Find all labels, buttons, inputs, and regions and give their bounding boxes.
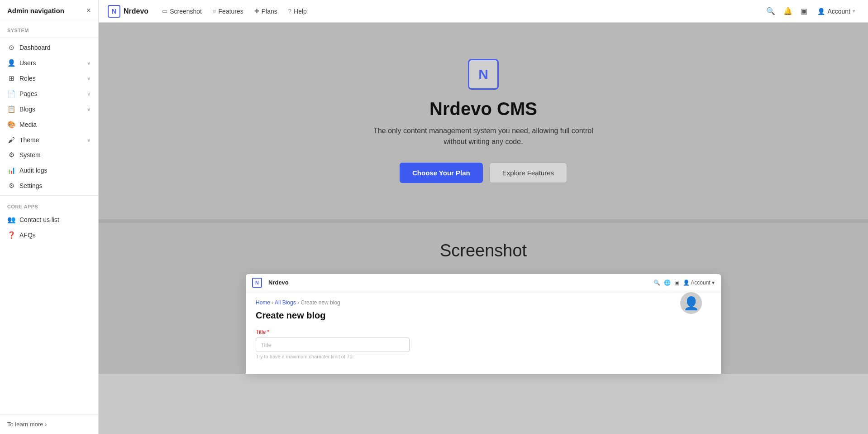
- sidebar-item-label-media: Media: [19, 121, 37, 128]
- account-label: Account: [827, 8, 850, 15]
- sidebar-item-system[interactable]: ⚙ System: [0, 147, 98, 163]
- sidebar-item-media[interactable]: 🎨 Media: [0, 117, 98, 132]
- screenshot-section-title: Screenshot: [440, 241, 527, 260]
- chevron-down-icon-blogs: ∨: [87, 106, 91, 112]
- chevron-down-icon-users: ∨: [87, 60, 91, 66]
- layout-icon[interactable]: ▣: [799, 5, 809, 17]
- top-navigation: N Nrdevo ▭ Screenshot ≡ Features ✚ Plans…: [99, 0, 868, 23]
- sidebar-item-label-settings: Settings: [19, 182, 43, 189]
- nav-link-plans[interactable]: ✚ Plans: [250, 5, 282, 17]
- account-chevron-icon: ▾: [853, 8, 855, 14]
- nav-link-screenshot-label: Screenshot: [170, 8, 202, 15]
- sidebar: Admin navigation × System ⊙ Dashboard 👤 …: [0, 0, 99, 434]
- screenshot-page-title: Create new blog: [256, 310, 410, 321]
- media-icon: 🎨: [7, 121, 15, 129]
- screenshot-logo-letter: N: [255, 280, 259, 285]
- hero-buttons: Choose Your Plan Explore Features: [400, 163, 567, 183]
- topnav-logo[interactable]: N Nrdevo: [108, 5, 148, 18]
- screenshot-field-label: Title *: [256, 329, 410, 335]
- nav-link-help[interactable]: ? Help: [284, 5, 311, 17]
- sidebar-item-label-blogs: Blogs: [19, 106, 35, 113]
- sidebar-item-label-users: Users: [19, 59, 36, 67]
- sidebar-item-users[interactable]: 👤 Users ∨: [0, 55, 98, 71]
- sidebar-item-roles[interactable]: ⊞ Roles ∨: [0, 71, 98, 86]
- hero-subtitle: The only content management system you n…: [370, 125, 596, 147]
- sidebar-system-section: System: [0, 21, 98, 36]
- sidebar-item-label-afqs: AFQs: [19, 231, 36, 239]
- hero-section: N Nrdevo CMS The only content management…: [99, 23, 868, 219]
- sidebar-core-section: Core apps: [0, 198, 98, 212]
- sidebar-item-label-contact-us: Contact us list: [19, 216, 59, 223]
- topnav-links: ▭ Screenshot ≡ Features ✚ Plans ? Help: [157, 5, 755, 17]
- sidebar-item-settings[interactable]: ⚙ Settings: [0, 178, 98, 193]
- users-icon: 👤: [7, 59, 15, 67]
- sidebar-item-label-system: System: [19, 151, 41, 159]
- sidebar-item-label-theme: Theme: [19, 136, 39, 144]
- sidebar-item-contact-us-list[interactable]: 👥 Contact us list: [0, 212, 98, 227]
- breadcrumb: Home › All Blogs › Create new blog: [256, 299, 711, 306]
- features-icon: ≡: [213, 8, 216, 14]
- sidebar-item-label-audit-logs: Audit logs: [19, 167, 47, 174]
- nav-link-features-label: Features: [219, 8, 243, 15]
- blogs-icon: 📋: [7, 105, 15, 113]
- help-icon: ?: [288, 8, 291, 14]
- breadcrumb-all-blogs[interactable]: All Blogs: [275, 299, 296, 306]
- dashboard-icon: ⊙: [7, 43, 15, 52]
- contact-us-icon: 👥: [7, 216, 15, 224]
- avatar-icon: 👤: [683, 296, 699, 311]
- screenshot-body: Home › All Blogs › Create new blog Creat…: [246, 291, 721, 367]
- nav-link-screenshot[interactable]: ▭ Screenshot: [157, 5, 206, 17]
- explore-features-button[interactable]: Explore Features: [489, 163, 567, 183]
- settings-icon: ⚙: [7, 182, 15, 190]
- screenshot-layout-icon: ▣: [674, 280, 679, 286]
- theme-icon: 🖌: [7, 136, 15, 144]
- sidebar-header: Admin navigation ×: [0, 0, 98, 21]
- chevron-down-icon-pages: ∨: [87, 91, 91, 97]
- screenshot-search-icon: 🔍: [653, 280, 660, 286]
- main-area: N Nrdevo ▭ Screenshot ≡ Features ✚ Plans…: [99, 0, 868, 434]
- sidebar-close-button[interactable]: ×: [86, 6, 91, 14]
- nav-link-plans-label: Plans: [262, 8, 277, 15]
- account-button[interactable]: 👤 Account ▾: [814, 6, 859, 17]
- sidebar-item-audit-logs[interactable]: 📊 Audit logs: [0, 163, 98, 178]
- sidebar-item-label-roles: Roles: [19, 75, 36, 82]
- pages-icon: 📄: [7, 90, 15, 98]
- breadcrumb-current: Create new blog: [300, 299, 340, 306]
- topnav-right: 🔍 🔔 ▣ 👤 Account ▾: [764, 5, 859, 17]
- notifications-icon[interactable]: 🔔: [782, 5, 794, 17]
- screenshot-inner-nav: N Nrdevo 🔍 🌐 ▣ 👤 Account ▾: [246, 274, 721, 291]
- sidebar-item-theme[interactable]: 🖌 Theme ∨: [0, 132, 98, 147]
- plans-icon: ✚: [254, 8, 259, 14]
- sidebar-item-label-pages: Pages: [19, 90, 38, 97]
- screenshot-logo-box: N: [252, 278, 262, 288]
- sidebar-item-pages[interactable]: 📄 Pages ∨: [0, 86, 98, 101]
- choose-plan-button[interactable]: Choose Your Plan: [400, 163, 483, 183]
- nav-link-help-label: Help: [294, 8, 307, 15]
- screenshot-globe-icon: 🌐: [664, 280, 671, 286]
- logo-box: N: [108, 5, 120, 18]
- sidebar-title: Admin navigation: [7, 7, 64, 14]
- screenshot-brand: Nrdevo: [268, 279, 289, 286]
- avatar: 👤: [680, 292, 702, 314]
- screenshot-inner-nav-right: 🔍 🌐 ▣ 👤 Account ▾: [653, 280, 715, 286]
- sidebar-divider-2: [0, 195, 98, 196]
- screenshot-section: Screenshot N Nrdevo 🔍 🌐 ▣ 👤 Account ▾: [99, 223, 868, 374]
- to-learn-more-link[interactable]: To learn more ›: [0, 414, 98, 434]
- nav-link-features[interactable]: ≡ Features: [208, 5, 248, 17]
- hero-title: Nrdevo CMS: [429, 99, 537, 119]
- afqs-icon: ❓: [7, 231, 15, 239]
- hero-logo-box: N: [468, 59, 499, 90]
- search-icon[interactable]: 🔍: [764, 5, 777, 17]
- required-star: *: [267, 329, 270, 335]
- chevron-down-icon-roles: ∨: [87, 75, 91, 82]
- sidebar-item-blogs[interactable]: 📋 Blogs ∨: [0, 101, 98, 117]
- screenshot-title-input[interactable]: Title: [256, 338, 410, 352]
- screenshot-frame: N Nrdevo 🔍 🌐 ▣ 👤 Account ▾ Home ›: [246, 274, 721, 374]
- page-content: N Nrdevo CMS The only content management…: [99, 23, 868, 434]
- breadcrumb-home[interactable]: Home: [256, 299, 270, 306]
- screenshot-account-label: 👤 Account ▾: [683, 280, 715, 286]
- sidebar-item-afqs[interactable]: ❓ AFQs: [0, 227, 98, 243]
- sidebar-item-dashboard[interactable]: ⊙ Dashboard: [0, 40, 98, 55]
- sidebar-item-label-dashboard: Dashboard: [19, 44, 51, 51]
- hero-logo-letter: N: [478, 67, 488, 82]
